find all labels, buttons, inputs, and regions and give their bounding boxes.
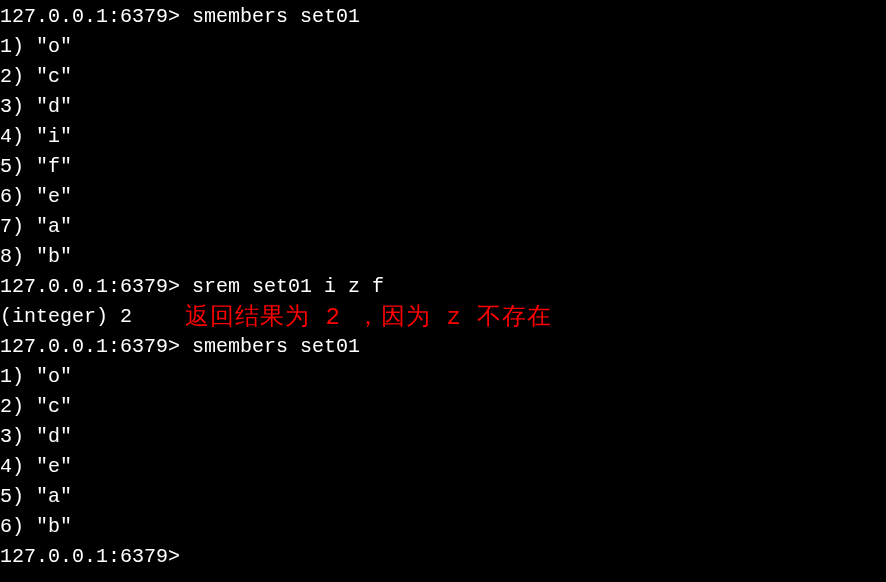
output-line: 3) "d"	[0, 92, 886, 122]
prompt: 127.0.0.1:6379>	[0, 5, 180, 28]
output-line: 2) "c"	[0, 62, 886, 92]
output-line: 1) "o"	[0, 32, 886, 62]
annotation-text: 返回结果为 2 ，因为 z 不存在	[185, 300, 552, 336]
terminal-line: 127.0.0.1:6379> smembers set01	[0, 332, 886, 362]
terminal-line: 127.0.0.1:6379> srem set01 i z f	[0, 272, 886, 302]
output-line: 3) "d"	[0, 422, 886, 452]
output-line: 5) "f"	[0, 152, 886, 182]
output-line: (integer) 2返回结果为 2 ，因为 z 不存在	[0, 302, 886, 332]
terminal-input-line[interactable]: 127.0.0.1:6379>	[0, 542, 886, 572]
prompt: 127.0.0.1:6379>	[0, 335, 180, 358]
output-line: 4) "e"	[0, 452, 886, 482]
prompt: 127.0.0.1:6379>	[0, 275, 180, 298]
command-text: srem set01 i z f	[192, 275, 384, 298]
output-line: 6) "e"	[0, 182, 886, 212]
output-line: 1) "o"	[0, 362, 886, 392]
output-line: 7) "a"	[0, 212, 886, 242]
integer-result: (integer) 2	[0, 305, 132, 328]
command-text: smembers set01	[192, 5, 360, 28]
output-line: 2) "c"	[0, 392, 886, 422]
terminal-line: 127.0.0.1:6379> smembers set01	[0, 2, 886, 32]
output-line: 5) "a"	[0, 482, 886, 512]
output-line: 8) "b"	[0, 242, 886, 272]
output-line: 4) "i"	[0, 122, 886, 152]
output-line: 6) "b"	[0, 512, 886, 542]
prompt: 127.0.0.1:6379>	[0, 545, 180, 568]
command-text: smembers set01	[192, 335, 360, 358]
